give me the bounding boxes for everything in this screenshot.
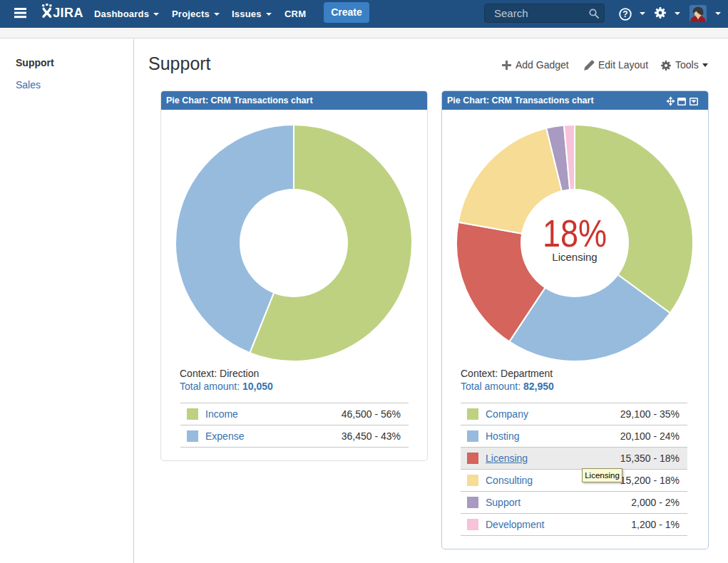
svg-text:?: ? (622, 9, 627, 19)
svg-text:JIRA: JIRA (53, 6, 83, 20)
